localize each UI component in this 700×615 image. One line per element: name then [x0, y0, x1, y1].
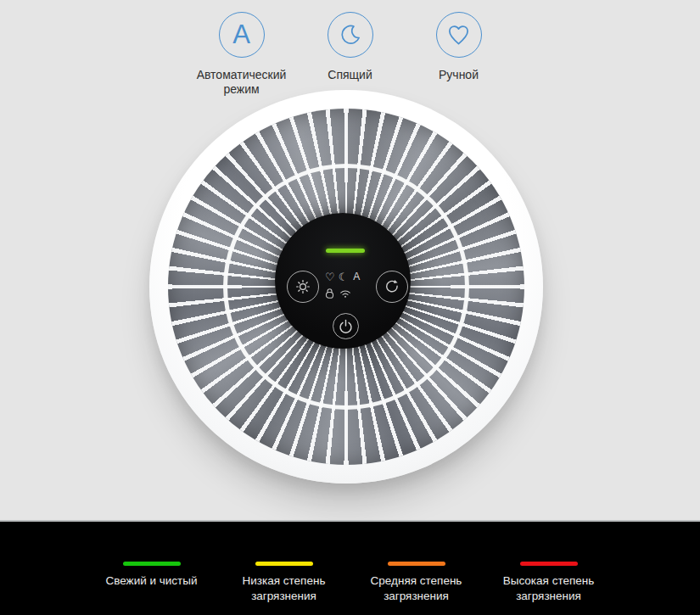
manual-mode-button[interactable] [436, 12, 482, 58]
control-panel: ♡ ☾ A [275, 213, 411, 349]
mode-item-sleep: Спящий [296, 12, 405, 97]
yellow-led-line [255, 562, 313, 566]
heart-icon [445, 22, 472, 48]
legend-label: Средняя степень загрязнения [361, 573, 472, 604]
air-purifier-device: ♡ ☾ A [149, 90, 543, 484]
led-indicator [326, 249, 365, 253]
mode-item-auto: A Автоматический режим [188, 12, 296, 97]
sleep-mode-label: Спящий [328, 68, 372, 82]
mode-item-manual: Ручной [405, 12, 513, 97]
letter-a-icon: A [351, 271, 360, 282]
wifi-icon [339, 288, 351, 299]
manual-mode-label: Ручной [439, 68, 479, 82]
mode-cycle-button[interactable] [376, 271, 408, 303]
legend-item-medium: Средняя степень загрязнения [350, 562, 483, 604]
moon-icon [338, 22, 363, 48]
letter-a-icon: A [232, 21, 250, 48]
moon-icon: ☾ [339, 271, 349, 282]
legend-label: Свежий и чистый [105, 573, 197, 589]
power-button[interactable] [333, 313, 359, 339]
mode-cycle-icon [384, 278, 400, 295]
auto-mode-button[interactable]: A [219, 12, 265, 58]
mode-selector-row: A Автоматический режим Спящий Ручной [0, 0, 700, 97]
heart-icon: ♡ [325, 271, 335, 282]
orange-led-line [388, 562, 445, 566]
legend-item-high: Высокая степень загрязнения [483, 562, 615, 604]
child-lock-icon [325, 288, 334, 299]
status-indicator-row [325, 288, 369, 299]
brightness-sun-icon [294, 278, 311, 295]
pollution-legend: Свежий и чистый Низкая степень загрязнен… [0, 520, 700, 615]
panel-status-icons: ♡ ☾ A [325, 271, 369, 299]
legend-item-low: Низкая степень загрязнения [218, 562, 350, 604]
legend-item-clean: Свежий и чистый [86, 562, 218, 589]
sleep-mode-button[interactable] [328, 12, 373, 58]
mode-indicator-row: ♡ ☾ A [325, 271, 369, 282]
red-led-line [520, 562, 578, 566]
green-led-line [123, 562, 181, 566]
brightness-button[interactable] [287, 271, 319, 303]
legend-label: Высокая степень загрязнения [494, 573, 604, 604]
power-icon [338, 318, 354, 334]
legend-label: Низкая степень загрязнения [229, 573, 339, 604]
